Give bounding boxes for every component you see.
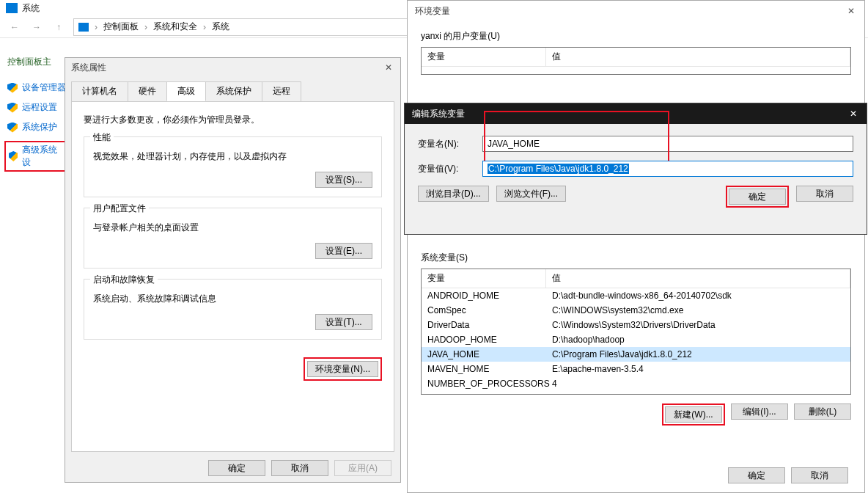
- perf-title: 性能: [90, 131, 114, 144]
- tab-remote[interactable]: 远程: [262, 81, 301, 101]
- ok-button[interactable]: 确定: [728, 467, 785, 483]
- var-value-input[interactable]: C:\Program Files\Java\jdk1.8.0_212: [482, 161, 853, 177]
- back-icon[interactable]: ←: [7, 20, 22, 34]
- edit-var-dialog: 编辑系统变量 ✕ 变量名(N): 变量值(V): C:\Program File…: [404, 103, 867, 235]
- env-titlebar: 环境变量 ✕: [408, 1, 864, 21]
- sidebar-link-remote[interactable]: 远程设置: [7, 101, 66, 114]
- chevron-right-icon: ›: [95, 22, 98, 32]
- startup-settings-button[interactable]: 设置(T)...: [315, 314, 372, 330]
- tab-row: 计算机名 硬件 高级 系统保护 远程: [65, 81, 400, 101]
- delete-var-button[interactable]: 删除(L): [794, 403, 851, 420]
- window-title: 系统: [22, 2, 40, 15]
- perf-settings-button[interactable]: 设置(S)...: [315, 172, 372, 188]
- cancel-button[interactable]: 取消: [271, 460, 328, 476]
- apply-button[interactable]: 应用(A): [334, 460, 391, 476]
- cell-name: DriverData: [422, 320, 546, 330]
- profile-group: 用户配置文件 与登录帐户相关的桌面设置 设置(E)...: [84, 208, 382, 269]
- shield-icon: [7, 83, 18, 93]
- env-vars-dialog: 环境变量 ✕ yanxi 的用户变量(U) 变量 值 系统变量(S) 变量 值 …: [407, 0, 865, 493]
- cell-name: JAVA_HOME: [422, 349, 546, 359]
- pc-icon: [78, 23, 89, 32]
- value-label: 变量值(V):: [418, 163, 482, 175]
- sys-vars-list[interactable]: 变量 值 ANDROID_HOMED:\adt-bundle-windows-x…: [421, 269, 851, 395]
- cell-name: NUMBER_OF_PROCESSORS: [422, 379, 546, 389]
- env-vars-button[interactable]: 环境变量(N)...: [307, 361, 378, 377]
- cell-value: C:\Program Files\Java\jdk1.8.0_212: [546, 349, 850, 359]
- table-row[interactable]: ComSpecC:\WINDOWS\system32\cmd.exe: [422, 303, 850, 318]
- dialog-buttons: 确定 取消 应用(A): [208, 460, 391, 476]
- shield-icon: [7, 123, 18, 133]
- cell-value: C:\WINDOWS\system32\cmd.exe: [546, 305, 850, 315]
- shield-icon: [9, 151, 18, 161]
- browse-file-button[interactable]: 浏览文件(F)...: [496, 186, 566, 202]
- edit-buttons: 浏览目录(D)... 浏览文件(F)... 确定 取消: [418, 186, 853, 208]
- value-field-row: 变量值(V): C:\Program Files\Java\jdk1.8.0_2…: [418, 161, 853, 177]
- perf-desc: 视觉效果，处理器计划，内存使用，以及虚拟内存: [93, 150, 372, 163]
- forward-icon[interactable]: →: [29, 20, 44, 34]
- startup-desc: 系统启动、系统故障和调试信息: [93, 293, 372, 305]
- shield-icon: [7, 103, 18, 113]
- ok-button[interactable]: 确定: [208, 460, 265, 476]
- close-icon[interactable]: ✕: [847, 108, 859, 120]
- startup-title: 启动和故障恢复: [90, 274, 158, 286]
- path-seg-1[interactable]: 系统和安全: [153, 21, 197, 33]
- ok-button[interactable]: 确定: [729, 189, 786, 205]
- env-bottom-buttons: 确定 取消: [728, 467, 848, 483]
- table-row[interactable]: HADOOP_HOMED:\hadoop\hadoop: [422, 332, 850, 347]
- table-row[interactable]: MAVEN_HOMEE:\apache-maven-3.5.4: [422, 362, 850, 376]
- table-row[interactable]: ANDROID_HOMED:\adt-bundle-windows-x86_64…: [422, 288, 850, 303]
- tab-protect[interactable]: 系统保护: [205, 81, 262, 101]
- edit-titlebar: 编辑系统变量 ✕: [405, 103, 867, 124]
- path-seg-2[interactable]: 系统: [212, 21, 229, 33]
- system-properties-dialog: 系统属性 ✕ 计算机名 硬件 高级 系统保护 远程 要进行大多数更改，你必须作为…: [65, 57, 401, 483]
- new-var-button[interactable]: 新建(W)...: [665, 406, 722, 423]
- tab-hardware[interactable]: 硬件: [128, 81, 167, 101]
- name-label: 变量名(N):: [418, 138, 482, 150]
- user-vars-section: yanxi 的用户变量(U) 变量 值: [421, 30, 851, 75]
- sidebar-heading: 控制面板主: [7, 56, 66, 68]
- sys-vars-section: 系统变量(S) 变量 值 ANDROID_HOMED:\adt-bundle-w…: [421, 252, 851, 426]
- dialog-titlebar: 系统属性 ✕: [65, 58, 400, 77]
- cell-value: D:\hadoop\hadoop: [546, 335, 850, 345]
- dialog-title: 系统属性: [71, 62, 106, 74]
- table-row[interactable]: JAVA_HOMEC:\Program Files\Java\jdk1.8.0_…: [422, 347, 850, 362]
- edit-title: 编辑系统变量: [412, 108, 465, 120]
- close-icon[interactable]: ✕: [383, 62, 394, 73]
- col-name: 变量: [422, 269, 546, 288]
- cell-value: D:\adt-bundle-windows-x86_64-20140702\sd…: [546, 291, 850, 301]
- up-icon[interactable]: ↑: [51, 20, 66, 34]
- cell-value: 4: [546, 379, 850, 389]
- cancel-button[interactable]: 取消: [796, 186, 853, 202]
- browse-dir-button[interactable]: 浏览目录(D)...: [418, 186, 489, 202]
- profile-settings-button[interactable]: 设置(E)...: [315, 243, 372, 259]
- name-field-row: 变量名(N):: [418, 136, 853, 152]
- env-title: 环境变量: [415, 5, 450, 18]
- var-name-input[interactable]: [482, 136, 853, 152]
- path-seg-0[interactable]: 控制面板: [103, 21, 139, 33]
- cell-value: C:\Windows\System32\Drivers\DriverData: [546, 320, 850, 330]
- user-vars-list[interactable]: 变量 值: [421, 47, 851, 75]
- chevron-right-icon: ›: [144, 22, 147, 32]
- table-row[interactable]: NUMBER_OF_PROCESSORS4: [422, 376, 850, 391]
- cell-name: ANDROID_HOME: [422, 291, 546, 301]
- edit-var-button[interactable]: 编辑(I)...: [731, 403, 788, 420]
- profile-desc: 与登录帐户相关的桌面设置: [93, 222, 372, 234]
- col-val: 值: [546, 48, 850, 66]
- cell-name: ComSpec: [422, 305, 546, 315]
- cancel-button[interactable]: 取消: [791, 467, 848, 483]
- cell-name: MAVEN_HOME: [422, 364, 546, 374]
- sidebar-link-advanced[interactable]: 高级系统设: [4, 141, 66, 172]
- table-row[interactable]: DriverDataC:\Windows\System32\Drivers\Dr…: [422, 318, 850, 332]
- tab-computer[interactable]: 计算机名: [71, 81, 128, 101]
- col-name: 变量: [422, 48, 546, 66]
- close-icon[interactable]: ✕: [845, 5, 857, 17]
- chevron-right-icon: ›: [203, 22, 206, 32]
- admin-notice: 要进行大多数更改，你必须作为管理员登录。: [84, 114, 382, 126]
- sidebar-link-device[interactable]: 设备管理器: [7, 81, 66, 94]
- sys-buttons: 新建(W)... 编辑(I)... 删除(L): [421, 403, 851, 426]
- cell-name: HADOOP_HOME: [422, 335, 546, 345]
- perf-group: 性能 视觉效果，处理器计划，内存使用，以及虚拟内存 设置(S)...: [84, 136, 382, 197]
- sidebar-link-protect[interactable]: 系统保护: [7, 121, 66, 134]
- tab-advanced[interactable]: 高级: [166, 81, 206, 101]
- startup-group: 启动和故障恢复 系统启动、系统故障和调试信息 设置(T)...: [84, 279, 382, 340]
